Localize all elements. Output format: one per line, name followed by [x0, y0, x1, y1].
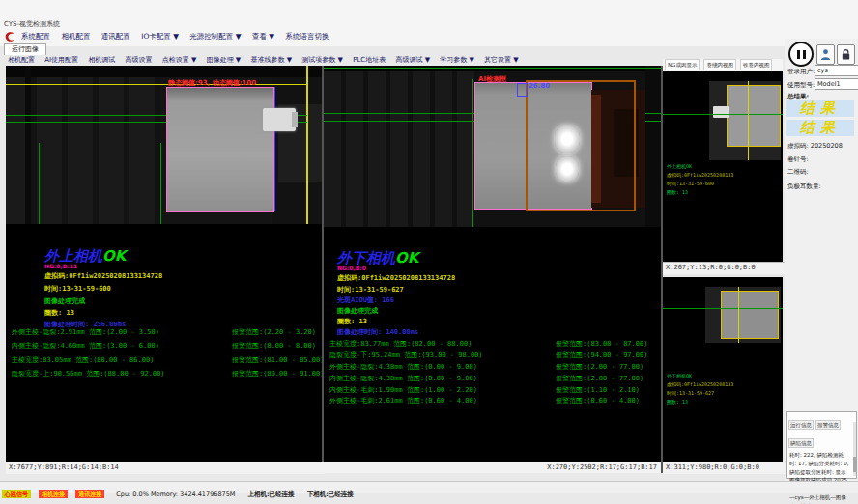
alarm-range: 报警范围:(2.00 - 77.00) — [556, 374, 644, 383]
right-camera-image[interactable]: AI检测框 26.80 — [324, 66, 661, 227]
right-process-time: 图像处理时间: 140.00ms — [337, 327, 418, 337]
pause-icon — [797, 50, 800, 59]
ai-detect-region — [526, 80, 636, 211]
tool-learning-params[interactable]: 学习参数 ▼ — [440, 55, 474, 66]
login-user-field[interactable]: cys — [815, 65, 858, 76]
right-result-status: OK — [395, 249, 418, 266]
tool-advanced-debug[interactable]: 高级调试 ▼ — [395, 55, 430, 66]
measurement-row: 外侧主棱-毛刺:2.61mm 范围:(0.60 - 4.00) — [329, 396, 477, 406]
green-vertical-line — [160, 143, 161, 224]
info-scrollbar[interactable] — [853, 422, 856, 476]
app-window: CYS-视觉检测系统 系统配置 相机配置 通讯配置 IO卡配置 ▼ 光源控制配置… — [0, 0, 858, 504]
yellow-reference-line — [6, 84, 308, 85]
left-process-done: 图像处理完成 — [44, 296, 85, 306]
blue-edge-line — [274, 87, 275, 211]
tab-winding-inner-view[interactable]: 卷绕内视图 — [703, 59, 736, 70]
virtual-code-value: 20250208 — [811, 142, 843, 150]
right-ng-line: NG:0,B:0 — [337, 265, 366, 271]
thumb-ring-line: 圈数: 13 — [667, 398, 688, 406]
window-title: CYS-视觉检测系统 — [4, 19, 60, 30]
left-camera-view[interactable]: 静态阈值:93, 动态阈值:100 外上相机OK NG:0,B:11 虚拟码:0… — [6, 66, 322, 462]
menu-camera-config[interactable]: 相机配置 — [61, 30, 90, 43]
user-mode-button[interactable] — [816, 44, 835, 65]
thumb-tab-row: NG成因显示卷绕内视图收卷内视图 — [663, 59, 783, 72]
thumb-time-line: 时间:13-31-59-600 — [667, 180, 714, 187]
tool-test-params[interactable]: 测试项参数 ▼ — [301, 55, 343, 66]
lock-icon — [841, 48, 851, 61]
tool-camera-debug[interactable]: 相机调试 — [88, 55, 115, 66]
threshold-label: 静态阈值:93, 动态阈值:100 — [168, 78, 256, 88]
tool-advanced-settings[interactable]: 高级设置 — [126, 55, 153, 66]
tool-spot-check[interactable]: 点检设置 ▼ — [162, 55, 197, 66]
thumb-time-line: 时间:13-31-59-627 — [667, 389, 714, 397]
tool-other-settings[interactable]: 其它设置 ▼ — [484, 55, 519, 66]
connector-tab — [263, 108, 296, 131]
alarm-range: 报警范围:(2.00 - 77.00) — [556, 362, 644, 372]
product-region — [166, 87, 274, 212]
menu-comm-config[interactable]: 通讯配置 — [101, 30, 130, 43]
negative-tab-count-label: 负极耳数量: — [787, 182, 821, 191]
scrollbar-thumb[interactable] — [853, 457, 856, 472]
status-bar: 心跳信号 相机连接 通讯连接 Cpu: 0.0% Memory: 3424.41… — [0, 481, 858, 493]
left-virtual-code: 虚拟码:0Ff1iw20250208133134728 — [44, 271, 162, 281]
green-vertical-line — [472, 79, 473, 227]
measurement-row: 内侧主棱-隐裂:4.60mm 范围:(3.00 - 6.00) — [12, 341, 159, 350]
yellow-vertical-line — [306, 66, 308, 224]
alarm-range: 报警范围:(81.00 - 85.00) — [232, 355, 322, 365]
model-field[interactable]: Model1 — [815, 78, 858, 90]
blue-measure-box — [517, 83, 528, 97]
tool-image-process[interactable]: 图像处理 ▼ — [207, 55, 242, 66]
tab-defect-info[interactable]: 缺陷信息 — [788, 438, 814, 448]
qr-code-label: 二维码: — [787, 168, 809, 177]
green-baseline — [324, 68, 661, 69]
measurement-row: 主棱宽度:83.05mm 范围:(80.00 - 86.00) — [12, 355, 154, 365]
tool-camera-config[interactable]: 相机配置 — [8, 55, 35, 66]
ai-region-label: AI检测框 — [478, 74, 506, 84]
menu-language-switch[interactable]: 系统语言切换 — [285, 30, 329, 43]
tool-ai-config[interactable]: AI使用配置 — [44, 55, 78, 66]
measurement-row: 外侧主棱-隐裂:2.91mm 范围:(2.00 - 3.50) — [12, 327, 159, 337]
thumb2-pixel-readout: X:311;Y:980;R:0;G:0;B:0 — [663, 462, 786, 474]
info-panel: 运行信息报警信息缺陷信息 耗时: 222, 缺陷检测耗时: 17, 缺陷分类耗时… — [786, 411, 857, 479]
thumb-result-line: 外上相机OK — [667, 162, 692, 170]
thumb-ring-line: 圈数: 13 — [667, 188, 688, 196]
menu-system-config[interactable]: 系统配置 — [21, 30, 50, 43]
upper-camera-status: 上相机:已经连接 — [248, 490, 295, 498]
alarm-range: 报警范围:(0.00 - 8.00) — [232, 341, 316, 350]
left-ng-line: NG:0,B:11 — [44, 263, 77, 269]
lower-camera-status: 下相机:已经连接 — [307, 490, 354, 498]
right-camera-view[interactable]: AI检测框 26.80 外下相机OK NG:0,B:0 虚拟码:0Ff1iw20… — [324, 66, 661, 462]
menu-io-config[interactable]: IO卡配置 ▼ — [141, 30, 179, 43]
measurement-row: 隐裂宽度-下:95.24mm 范围:(93.00 - 98.00) — [329, 350, 483, 360]
alarm-range: 报警范围:(1.10 - 2.10) — [556, 385, 640, 395]
pause-button[interactable] — [788, 42, 814, 67]
tab-ng-cause[interactable]: NG成因显示 — [665, 59, 700, 70]
virtual-code-label: 虚拟码: 20250208 — [787, 142, 843, 151]
thumb-product — [727, 85, 781, 147]
thumbnail-lower-camera[interactable]: 外下相机OK 虚拟码:0Ff1iw20250208133 时间:13-31-59… — [663, 277, 783, 462]
measurement-row: 隐裂宽度-上:90.56mm 范围:(88.00 - 92.00) — [12, 369, 165, 378]
alarm-range: 报警范围:(83.00 - 87.00) — [556, 339, 647, 349]
measurement-row: 内侧主棱-毛刺:1.90mm 范围:(1.00 - 2.20) — [329, 385, 477, 395]
left-ring-count: 圈数: 13 — [44, 308, 74, 318]
tab-rewind-inner-view[interactable]: 收卷内视图 — [740, 59, 773, 70]
camera-link-badge: 相机连接 — [39, 490, 68, 498]
lock-button[interactable] — [837, 44, 855, 65]
comm-link-badge: 通讯连接 — [75, 490, 104, 498]
menu-light-config[interactable]: 光源控制配置 ▼ — [189, 30, 241, 43]
thumb-connector — [713, 106, 729, 118]
menu-view[interactable]: 查看 ▼ — [252, 30, 274, 43]
tool-baseline-params[interactable]: 基准线参数 ▼ — [250, 55, 292, 66]
thumb1-pixel-readout: X:267;Y:13;R:0;G:0;B:0 — [663, 262, 786, 274]
tab-run-image[interactable]: 运行图像 — [4, 43, 46, 55]
tool-plc-address[interactable]: PLC地址表 — [353, 55, 386, 66]
left-camera-image[interactable]: 静态阈值:93, 动态阈值:100 — [6, 66, 322, 224]
sidebar: 登录用户: cys 使用型号: Model1 总结果: 结果 结果 虚拟码: 2… — [785, 39, 858, 481]
tab-run-info[interactable]: 运行信息 — [788, 420, 814, 430]
right-ai-value: 光斑AIOU值: 166 — [337, 295, 394, 305]
thumbnail-upper-camera[interactable]: 外上相机OK 虚拟码:0Ff1iw20250208133 时间:13-31-59… — [663, 71, 783, 262]
user-icon — [820, 48, 831, 61]
tool-bar: 相机配置 AI使用配置 相机调试 高级设置 点检设置 ▼ 图像处理 ▼ 基准线参… — [8, 55, 527, 66]
cpu-memory-readout: Cpu: 0.0% Memory: 3424.41796875M — [116, 490, 235, 498]
tab-alarm-info[interactable]: 报警信息 — [815, 420, 841, 430]
